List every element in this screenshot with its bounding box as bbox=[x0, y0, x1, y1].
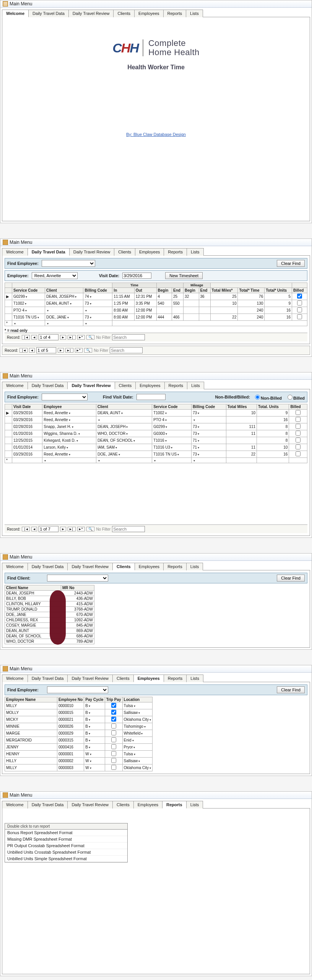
table-row[interactable]: 12/25/2015Kirkegard, Kosti D.DEAN, OF SC… bbox=[5, 437, 307, 444]
tab-reports[interactable]: Reports bbox=[164, 675, 187, 682]
billed-radio-group[interactable]: Non-Billed Billed bbox=[253, 394, 305, 400]
trip-pay-checkbox[interactable] bbox=[111, 751, 116, 756]
billed-checkbox[interactable] bbox=[297, 294, 302, 299]
tab-reports[interactable]: Reports bbox=[162, 801, 187, 808]
nav-last[interactable]: ▶| bbox=[68, 527, 76, 531]
trip-pay-checkbox[interactable] bbox=[111, 758, 116, 763]
nav-position[interactable] bbox=[36, 347, 56, 353]
find-client-select[interactable] bbox=[47, 575, 108, 581]
nav-next[interactable]: ▶ bbox=[58, 348, 63, 353]
table-row[interactable]: 03/29/2016Reed, AnnettePTO 416 bbox=[5, 416, 307, 423]
find-employee-select[interactable] bbox=[42, 260, 95, 267]
table-row[interactable]: DEAN, JOSEPH2443-ADW bbox=[5, 591, 94, 596]
tab-lists[interactable]: Lists bbox=[187, 248, 204, 256]
filter-icon[interactable]: 🔍 bbox=[86, 527, 94, 531]
nav-prev[interactable]: ◀ bbox=[29, 348, 35, 353]
nav-next[interactable]: ▶ bbox=[60, 335, 66, 340]
table-row[interactable]: 01/20/2016Wiggins, Shanna D.WHO, DOCTORG… bbox=[5, 430, 307, 437]
tab-clients[interactable]: Clients bbox=[112, 675, 134, 682]
radio-billed[interactable] bbox=[288, 395, 292, 400]
search-input[interactable] bbox=[110, 347, 143, 353]
table-row[interactable]: MICKY0000021BOklahoma City bbox=[5, 716, 153, 723]
trip-pay-checkbox[interactable] bbox=[111, 737, 116, 742]
find-employee-select[interactable] bbox=[47, 686, 108, 693]
table-row[interactable]: ▶03/29/2016Reed, AnnetteDEAN, AUNTT10027… bbox=[5, 410, 307, 416]
billed-checkbox[interactable] bbox=[296, 451, 301, 456]
tab-welcome[interactable]: Welcome bbox=[2, 563, 28, 570]
tab-employees[interactable]: Employees bbox=[135, 248, 164, 256]
search-input[interactable] bbox=[112, 526, 145, 532]
nav-new[interactable]: ▶* bbox=[77, 335, 85, 340]
employee-select[interactable]: Reed, Annette bbox=[32, 272, 78, 279]
table-row[interactable]: MARGE0000029BWhitefield bbox=[5, 730, 153, 737]
table-row[interactable]: DEAN, AUNT869-ADW bbox=[5, 628, 94, 634]
report-item[interactable]: Bonus Report Spreadsheet Format bbox=[5, 830, 127, 836]
billed-checkbox[interactable] bbox=[296, 424, 301, 429]
trip-pay-checkbox[interactable] bbox=[111, 717, 116, 722]
nav-next[interactable]: ▶ bbox=[60, 527, 66, 531]
tab-daily-travel-review[interactable]: Daily Travel Review bbox=[69, 248, 115, 256]
billed-checkbox[interactable] bbox=[296, 444, 301, 449]
tab-daily-travel-data[interactable]: Daily Travel Data bbox=[28, 382, 68, 389]
new-row[interactable]: * bbox=[5, 458, 307, 463]
tab-clients[interactable]: Clients bbox=[112, 563, 135, 570]
table-row[interactable]: COSEY, MARGIE845-ADW bbox=[5, 623, 94, 628]
filter-icon[interactable]: 🔍 bbox=[86, 335, 94, 340]
tab-welcome[interactable]: Welcome bbox=[2, 382, 28, 389]
tab-daily-travel-review[interactable]: Daily Travel Review bbox=[67, 382, 115, 389]
report-item[interactable]: Unbilled Units Simple Spreadsheet Format bbox=[5, 856, 127, 862]
table-row[interactable]: MILLY0000010BTulsa bbox=[5, 702, 153, 709]
new-timesheet-button[interactable]: New Timesheet bbox=[165, 272, 203, 279]
tab-daily-travel-data[interactable]: Daily Travel Data bbox=[28, 801, 68, 808]
table-row[interactable]: T1002DEAN, AUNT731:25 PM3:35 PM540550101… bbox=[5, 300, 307, 307]
tab-employees[interactable]: Employees bbox=[133, 801, 162, 808]
tab-clients[interactable]: Clients bbox=[113, 10, 135, 17]
billed-checkbox[interactable] bbox=[297, 301, 302, 305]
table-row[interactable]: MINNIE0000026BTishomingo bbox=[5, 723, 153, 730]
find-visit-input[interactable] bbox=[136, 394, 166, 400]
nav-new[interactable]: ▶* bbox=[75, 348, 83, 353]
tab-clients[interactable]: Clients bbox=[114, 248, 135, 256]
nav-first[interactable]: |◀ bbox=[20, 348, 28, 353]
table-row[interactable]: CLINTON, HILLARY415-ADW bbox=[5, 601, 94, 607]
tab-lists[interactable]: Lists bbox=[186, 801, 203, 808]
tab-daily-travel-data[interactable]: Daily Travel Data bbox=[28, 10, 69, 17]
report-item[interactable]: Missing DMR Spreadsheet Format bbox=[5, 836, 127, 843]
nav-first[interactable]: |◀ bbox=[22, 335, 30, 340]
tab-daily-travel-data[interactable]: Daily Travel Data bbox=[28, 675, 68, 682]
credit-link[interactable]: By: Blue Claw Database Design bbox=[5, 132, 307, 137]
nav-last[interactable]: ▶| bbox=[68, 335, 76, 340]
table-row[interactable]: CHILDRESS, REX1092-ADW bbox=[5, 617, 94, 623]
tab-welcome[interactable]: Welcome bbox=[2, 10, 29, 17]
visit-date-input[interactable] bbox=[122, 273, 151, 279]
tab-reports[interactable]: Reports bbox=[163, 563, 187, 570]
table-row[interactable]: 03/29/2016Reed, AnnetteDOE, JANET1016 TN… bbox=[5, 451, 307, 458]
trip-pay-checkbox[interactable] bbox=[111, 710, 116, 715]
clear-find-button[interactable]: Clear Find bbox=[277, 575, 305, 581]
tab-welcome[interactable]: Welcome bbox=[2, 801, 28, 808]
tab-reports[interactable]: Reports bbox=[163, 10, 187, 17]
billed-checkbox[interactable] bbox=[296, 410, 301, 415]
tab-daily-travel-review[interactable]: Daily Travel Review bbox=[68, 10, 114, 17]
trip-pay-checkbox[interactable] bbox=[111, 744, 116, 749]
trip-pay-checkbox[interactable] bbox=[111, 724, 116, 728]
billed-checkbox[interactable] bbox=[296, 438, 301, 443]
tab-welcome[interactable]: Welcome bbox=[2, 675, 28, 682]
table-row[interactable]: 01/01/2014Larson, KellyIAM, SAMT1016 U37… bbox=[5, 444, 307, 451]
nav-last[interactable]: ▶| bbox=[65, 348, 73, 353]
nav-prev[interactable]: ◀ bbox=[31, 527, 37, 531]
tab-welcome[interactable]: Welcome bbox=[2, 248, 28, 256]
tab-daily-travel-review[interactable]: Daily Travel Review bbox=[67, 801, 113, 808]
tab-employees[interactable]: Employees bbox=[134, 10, 163, 17]
report-item[interactable]: PR Output Crosstab Spreadsheet Format bbox=[5, 843, 127, 849]
travel-data-grid[interactable]: TimeMileageService CodeClientBilling Cod… bbox=[5, 283, 307, 326]
nav-first[interactable]: |◀ bbox=[22, 527, 30, 531]
clear-find-button[interactable]: Clear Find bbox=[277, 260, 305, 267]
tab-daily-travel-review[interactable]: Daily Travel Review bbox=[67, 675, 113, 682]
table-row[interactable]: TRUMP, DONALD3768-ADW bbox=[5, 607, 94, 612]
billed-checkbox[interactable] bbox=[297, 314, 302, 319]
table-row[interactable]: MERGATROID0000315BEnid bbox=[5, 737, 153, 744]
travel-review-grid[interactable]: Visit DateEmployeeClientService CodeBill… bbox=[5, 404, 307, 463]
table-row[interactable]: WHO, DOCTOR789-ADW bbox=[5, 639, 94, 644]
nav-prev[interactable]: ◀ bbox=[31, 335, 37, 340]
